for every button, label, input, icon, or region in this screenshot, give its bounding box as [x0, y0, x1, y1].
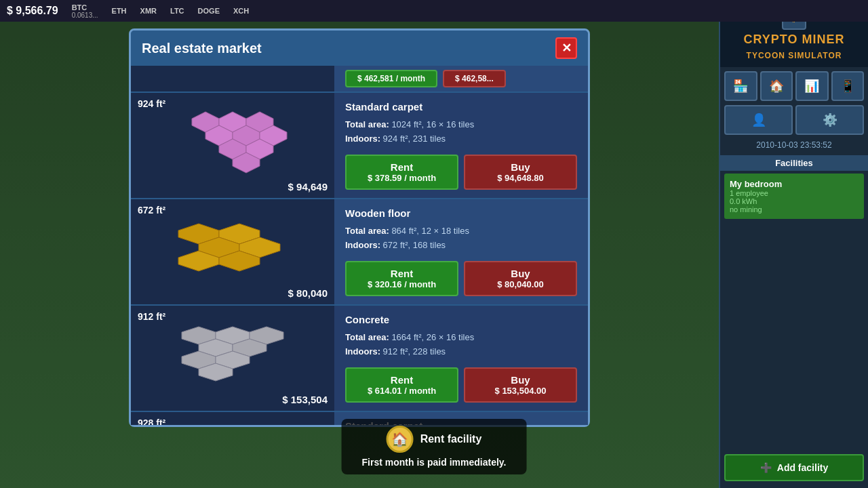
rent-tooltip: 🏠 Rent facility First month is paid imme… — [342, 419, 527, 474]
crypto-xmr: XMR — [140, 7, 157, 15]
rent-button-1[interactable]: Rent $ 378.59 / month — [345, 155, 458, 190]
detail-indoors-1: Indoors: 924 ft², 231 tiles — [345, 134, 577, 144]
detail-indoors-2: Indoors: 672 ft², 168 tiles — [345, 240, 577, 250]
property-row: 924 ft² — [131, 93, 588, 199]
facility-mining: no mining — [730, 205, 859, 214]
floor-type-2: Wooden floor — [345, 207, 577, 219]
top-bar: $ 9,566.79 BTC 0.0613... ETH XMR LTC DOG… — [0, 0, 868, 22]
facility-power: 0.0 kWh — [730, 197, 859, 205]
modal-header: Real estate market ✕ — [131, 30, 588, 66]
property-row-2: 672 ft² — [131, 199, 588, 306]
add-facility-button[interactable]: ➕ Add facility — [724, 454, 864, 481]
floor-type-3: Concrete — [345, 314, 577, 325]
property-details-2: Wooden floor Total area: 864 ft², 12 × 1… — [334, 199, 588, 304]
shop-icon-btn[interactable]: 🏪 — [724, 71, 757, 101]
modal-overlay: Real estate market ✕ $ 462,581 / month $… — [0, 22, 719, 488]
btc-price: $ 9,566.79 — [7, 5, 58, 17]
tooltip-desc: First month is paid immediately. — [362, 457, 507, 468]
facility-name: My bedroom — [730, 179, 859, 189]
property-row-3: 912 ft² — [131, 306, 588, 412]
real-estate-modal: Real estate market ✕ $ 462,581 / month $… — [129, 28, 590, 427]
property-details-1: Standard carpet Total area: 1024 ft², 16… — [334, 93, 588, 198]
wood-floor-svg — [172, 222, 294, 283]
facility-employees: 1 employee — [730, 189, 859, 197]
rent-button-2[interactable]: Rent $ 320.16 / month — [345, 261, 458, 296]
buy-button-3[interactable]: Buy $ 153,504.00 — [464, 367, 577, 403]
buy-button-1[interactable]: Buy $ 94,648.80 — [464, 155, 577, 190]
carpet-floor-svg — [172, 115, 294, 176]
building-icon-btn[interactable]: 🏠 — [760, 71, 793, 101]
property-price-2: $ 80,040 — [288, 287, 328, 299]
buy-button-2[interactable]: Buy $ 80,040.00 — [464, 261, 577, 296]
property-image-2: 672 ft² — [131, 199, 334, 304]
property-size-2: 672 ft² — [138, 205, 165, 216]
property-price-1: $ 94,649 — [288, 181, 328, 192]
facility-item[interactable]: My bedroom 1 employee 0.0 kWh no mining — [724, 174, 864, 219]
tooltip-icon: 🏠 — [387, 426, 414, 453]
property-price-3: $ 153,504 — [282, 394, 328, 405]
add-icon: ➕ — [760, 462, 772, 473]
detail-total-1: Total area: 1024 ft², 16 × 16 tiles — [345, 119, 577, 129]
property-size-4: 928 ft² — [138, 418, 165, 425]
floor-type-1: Standard carpet — [345, 101, 577, 113]
property-size-1: 924 ft² — [138, 98, 165, 109]
person-icon-btn[interactable]: 👤 — [724, 105, 793, 135]
modal-title: Real estate market — [142, 41, 262, 56]
modal-body[interactable]: $ 462,581 / month $ 462,58... 924 ft² — [131, 66, 588, 425]
tooltip-title: Rent facility — [420, 433, 482, 445]
property-row-partial: $ 462,581 / month $ 462,58... — [131, 66, 588, 93]
phone-icon-btn[interactable]: 📱 — [831, 71, 865, 101]
logo-title: Crypto Miner Tycoon Simulator — [726, 33, 863, 62]
action-buttons-1: Rent $ 378.59 / month Buy $ 94,648.80 — [345, 155, 577, 190]
right-icons-row2: 👤 ⚙️ — [720, 105, 868, 135]
datetime: 2010-10-03 23:53:52 — [720, 135, 868, 155]
chart-icon-btn[interactable]: 📊 — [795, 71, 829, 101]
property-image-3: 912 ft² — [131, 306, 334, 411]
property-details-3: Concrete Total area: 1664 ft², 26 × 16 t… — [334, 306, 588, 411]
property-size-3: 912 ft² — [138, 311, 165, 322]
facilities-header: Facilities — [720, 155, 868, 171]
close-button[interactable]: ✕ — [555, 37, 577, 59]
detail-indoors-3: Indoors: 912 ft², 228 tiles — [345, 346, 577, 357]
right-icons-grid: 🏪 🏠 📊 📱 — [720, 67, 868, 105]
crypto-btc: BTC 0.0613... — [72, 3, 98, 19]
crypto-ltc: LTC — [170, 7, 184, 15]
action-buttons-2: Rent $ 320.16 / month Buy $ 80,040.00 — [345, 261, 577, 296]
crypto-eth: ETH — [112, 7, 127, 15]
crypto-doge: DOGE — [198, 7, 220, 15]
detail-total-3: Total area: 1664 ft², 26 × 16 tiles — [345, 332, 577, 342]
add-facility-label: Add facility — [777, 462, 828, 473]
property-image-1: 924 ft² — [131, 93, 334, 198]
right-panel: ₿ Crypto Miner Tycoon Simulator 🏪 🏠 📊 📱 … — [719, 0, 868, 488]
detail-total-2: Total area: 864 ft², 12 × 18 tiles — [345, 226, 577, 236]
property-image-4: 928 ft² — [131, 412, 334, 425]
crypto-xch: XCH — [233, 7, 249, 15]
action-buttons-3: Rent $ 614.01 / month Buy $ 153,504.00 — [345, 367, 577, 403]
settings-icon-btn[interactable]: ⚙️ — [795, 105, 864, 135]
concrete-floor-svg — [172, 325, 294, 392]
rent-button-3[interactable]: Rent $ 614.01 / month — [345, 367, 458, 403]
